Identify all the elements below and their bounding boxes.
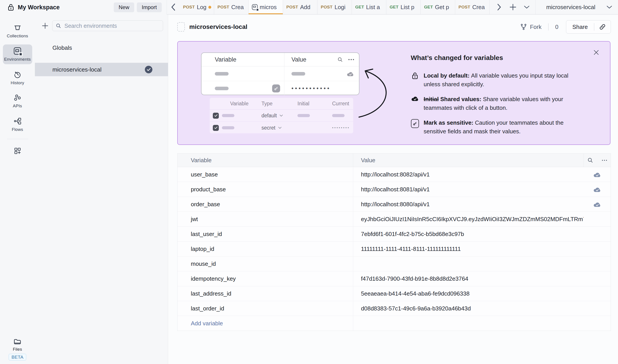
tab-label: Crea xyxy=(231,4,244,11)
search-icon xyxy=(55,23,61,29)
new-tab-button[interactable] xyxy=(506,0,519,14)
variable-value[interactable]: http://localhost:8082/api/v1 xyxy=(361,171,430,178)
search-icon[interactable] xyxy=(586,157,595,164)
variable-name[interactable]: last_order_id xyxy=(191,305,224,312)
add-variable-button[interactable]: Add variable xyxy=(191,320,223,327)
table-row[interactable]: product_base http://localhost:8081/api/v… xyxy=(178,182,611,197)
add-environment-button[interactable] xyxy=(40,21,50,31)
configure-sidebar-button[interactable] xyxy=(3,144,32,157)
sidebar-item-collections[interactable]: Collections xyxy=(3,21,32,41)
tab-options-chevron[interactable] xyxy=(520,0,533,14)
table-row[interactable]: last_order_id d08d8383-57c1-49c6-9a6a-b3… xyxy=(178,301,611,316)
variable-value[interactable]: http://localhost:8080/api/v1 xyxy=(361,201,430,208)
variable-value[interactable]: 11111111-1111-4111-8111-111111111111 xyxy=(361,246,461,252)
variable-value[interactable]: 7ebfd6f1-601f-4fc2-b75c-b5bd68e3c97b xyxy=(361,231,464,237)
tab-get-get-p[interactable]: GET Get p xyxy=(421,0,455,14)
tab-post-crea[interactable]: POST Crea xyxy=(214,0,249,14)
tab-post-crea-2[interactable]: POST Crea xyxy=(455,0,489,14)
active-environment-check-icon[interactable] xyxy=(145,66,152,73)
variable-name[interactable]: mouse_id xyxy=(191,260,216,267)
tab-post-logi[interactable]: POST Logi xyxy=(317,0,352,14)
key-icon xyxy=(411,118,419,136)
more-options-icon xyxy=(348,58,355,61)
tab-environment-microservices-local[interactable]: micros xyxy=(249,0,283,14)
fork-label: Fork xyxy=(530,24,541,30)
sidebar-item-apis[interactable]: APIs xyxy=(3,91,32,111)
variable-name[interactable]: order_base xyxy=(191,201,220,208)
arrow-illustration xyxy=(355,65,398,121)
variable-value[interactable]: 5eeaeaea-b414-4e54-aba6-fe9dcd096338 xyxy=(361,290,470,297)
search-input[interactable] xyxy=(64,23,160,29)
variable-name[interactable]: jwt xyxy=(191,216,198,223)
legacy-col-type: Type xyxy=(250,101,286,107)
import-button[interactable]: Import xyxy=(137,2,162,12)
environments-icon xyxy=(14,47,21,55)
legacy-col-variable: Variable xyxy=(210,101,250,107)
sidebar-item-files[interactable]: Files BETA xyxy=(9,338,26,364)
globals-item[interactable]: Globals xyxy=(35,41,168,54)
cloud-synced-icon xyxy=(584,182,611,197)
variable-name[interactable]: user_base xyxy=(191,171,218,178)
fork-icon xyxy=(520,23,527,30)
environment-name: microservices-local xyxy=(52,66,102,73)
sidebar-item-flows[interactable]: Flows xyxy=(3,115,32,134)
new-button[interactable]: New xyxy=(114,2,134,12)
variable-value[interactable]: eyJhbGciOiJIUzI1NiIsInR5cCI6IkpXVCJ9.eyJ… xyxy=(361,216,584,223)
banner-text: What’s changed for variables Local by de… xyxy=(411,54,584,142)
tab-strip: POST Log POST Crea micros POST Add P xyxy=(167,0,618,15)
lock-icon xyxy=(8,3,14,11)
variable-name[interactable]: last_user_id xyxy=(191,231,222,237)
table-row[interactable]: user_base http://localhost:8082/api/v1 xyxy=(178,167,611,182)
bullet-bold: Mark as sensitive: xyxy=(424,119,473,126)
table-row[interactable]: last_address_id 5eeaeaea-b414-4e54-aba6-… xyxy=(178,286,611,301)
sidebar-item-history[interactable]: History xyxy=(3,68,32,88)
variable-name[interactable]: last_address_id xyxy=(191,290,231,297)
tab-get-list-a[interactable]: GET List a xyxy=(352,0,386,14)
variable-value[interactable]: d08d8383-57c1-49c6-9a6a-b3920a46b43d xyxy=(361,305,471,312)
beta-badge: BETA xyxy=(9,354,26,361)
share-button[interactable]: Share xyxy=(566,24,594,30)
variable-name[interactable]: idempotency_key xyxy=(191,275,236,282)
table-row[interactable]: jwt eyJhbGciOiJIUzI1NiIsInR5cCI6IkpXVCJ9… xyxy=(178,212,611,227)
sidebar-item-environments[interactable]: Environments xyxy=(3,44,32,64)
tab-label: Add xyxy=(300,4,310,11)
method-label: POST xyxy=(218,5,229,10)
table-row[interactable]: laptop_id 11111111-1111-4111-8111-111111… xyxy=(178,242,611,257)
tab-post-log[interactable]: POST Log xyxy=(180,0,214,14)
method-label: GET xyxy=(390,5,399,10)
fork-button[interactable]: Fork 0 xyxy=(520,23,558,30)
variable-value[interactable]: http://localhost:8081/api/v1 xyxy=(361,186,430,193)
variable-name[interactable]: laptop_id xyxy=(191,246,214,252)
table-row[interactable]: mouse_id xyxy=(178,257,611,271)
table-row[interactable]: idempotency_key f47d163d-7900-43fd-b91e-… xyxy=(178,271,611,286)
banner-bullet-local: Local by default:All variable values you… xyxy=(411,71,584,89)
activity-bar: Collections Environments History xyxy=(0,15,35,364)
workspace-title[interactable]: My Workspace xyxy=(18,4,60,11)
fork-count: 0 xyxy=(555,24,558,30)
table-row[interactable]: last_user_id 7ebfd6f1-601f-4fc2-b75c-b5b… xyxy=(178,227,611,242)
page-title: microservices-local xyxy=(189,23,247,30)
variable-name[interactable]: product_base xyxy=(191,186,226,193)
legacy-col-initial: Initial xyxy=(286,101,321,107)
tab-post-add[interactable]: POST Add xyxy=(283,0,317,14)
table-row[interactable]: order_base http://localhost:8080/api/v1 xyxy=(178,197,611,212)
scroll-tabs-right-button[interactable] xyxy=(493,0,506,14)
cloud-synced-icon xyxy=(584,197,611,211)
copy-link-button[interactable] xyxy=(594,20,611,33)
tab-get-list-p[interactable]: GET List p xyxy=(386,0,421,14)
environment-search[interactable] xyxy=(52,20,163,31)
add-variable-row[interactable]: Add variable xyxy=(178,316,611,331)
cloud-synced-icon xyxy=(584,167,611,182)
checkbox-checked xyxy=(213,113,219,119)
environment-selector[interactable]: microservices-local xyxy=(535,0,618,14)
request-tabs: POST Log POST Crea micros POST Add P xyxy=(180,0,489,14)
sidebar-item-label: APIs xyxy=(13,104,22,108)
close-icon[interactable] xyxy=(592,49,601,56)
method-label: POST xyxy=(321,5,333,10)
environment-item-microservices-local[interactable]: microservices-local xyxy=(35,63,168,76)
more-options-icon[interactable] xyxy=(600,159,609,162)
scroll-tabs-left-button[interactable] xyxy=(167,0,180,14)
tab-label: Get p xyxy=(435,4,449,11)
variable-value[interactable]: f47d163d-7900-43fd-b91e-8b8d8d2e3764 xyxy=(361,275,468,282)
workspace-header: My Workspace New Import xyxy=(0,0,167,15)
